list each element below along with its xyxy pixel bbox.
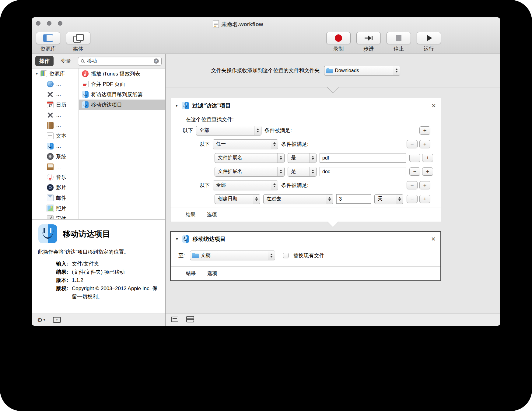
add-rule-button[interactable]: + [422, 167, 433, 176]
stop-button[interactable] [387, 32, 411, 44]
replace-existing-checkbox[interactable] [283, 253, 289, 258]
popup-arrows-icon [396, 195, 403, 204]
workflow-connector [166, 87, 500, 98]
library-item[interactable]: … [32, 79, 79, 89]
add-rule-button[interactable]: + [419, 126, 430, 135]
options-link[interactable]: 选项 [207, 270, 217, 277]
library-item[interactable]: 邮件 [32, 193, 79, 203]
destination-popup[interactable]: 文稿 [190, 251, 275, 260]
tab-actions[interactable]: 操作 [35, 56, 54, 66]
add-rule-button[interactable]: + [419, 181, 430, 189]
operator-popup[interactable]: 在过去 [263, 194, 333, 204]
media-button[interactable] [66, 32, 90, 44]
disclosure-triangle-icon[interactable]: ▼ [175, 237, 179, 241]
log-view-button[interactable] [171, 317, 178, 323]
tab-variables[interactable]: 变量 [57, 56, 75, 66]
remove-action-button[interactable]: × [432, 102, 436, 109]
popup-arrows-icon [253, 195, 260, 204]
minimize-window-button[interactable] [47, 21, 51, 26]
results-link[interactable]: 结果 [186, 270, 196, 277]
library-icon [40, 70, 47, 77]
library-item[interactable]: … [32, 110, 79, 120]
search-field[interactable]: 移动 × [78, 57, 162, 66]
zoom-window-button[interactable] [58, 21, 62, 26]
options-link[interactable]: 选项 [207, 212, 217, 218]
library-item[interactable]: … [32, 162, 79, 172]
disclosure-triangle-icon[interactable]: ▼ [175, 104, 178, 107]
library-item[interactable]: 系统 [32, 151, 79, 162]
attribute-popup[interactable]: 文件扩展名 [215, 153, 285, 163]
finder-icon [38, 224, 57, 243]
toggle-info-panel-button[interactable]: ▾ [53, 317, 61, 323]
library-item[interactable]: 文本 [32, 131, 79, 141]
library-item[interactable]: … [32, 141, 79, 151]
move-destination-row: 至: 文稿 替换现有文件 [171, 246, 440, 265]
library-item[interactable]: 音乐 [32, 172, 79, 182]
workflow-connector [166, 222, 500, 231]
action-block-header[interactable]: ▼ 移动访达项目 × [171, 232, 440, 246]
library-item[interactable]: 照片 [32, 203, 79, 213]
stack-view-button[interactable] [186, 316, 194, 324]
traffic-lights [36, 21, 62, 26]
add-rule-button[interactable]: + [419, 140, 430, 148]
operator-popup[interactable]: 是 [288, 153, 317, 163]
remove-rule-button[interactable]: − [409, 154, 420, 162]
match-all-popup[interactable]: 全部 [213, 181, 278, 190]
record-button[interactable] [326, 32, 351, 44]
remove-action-button[interactable]: × [431, 235, 436, 243]
extension-value-input[interactable] [320, 153, 406, 163]
folder-location-popup[interactable]: Downloads [324, 66, 400, 76]
library-root-row[interactable]: ▼ 资源库 [32, 68, 79, 79]
canvas-bottom-bar [166, 314, 500, 326]
pdf-icon [82, 81, 89, 87]
unit-popup[interactable]: 天 [374, 194, 403, 204]
close-window-button[interactable] [36, 21, 40, 26]
library-item[interactable]: 影片 [32, 182, 79, 193]
library-item[interactable]: … [32, 89, 79, 100]
attribute-popup[interactable]: 文件扩展名 [215, 167, 285, 177]
library-item[interactable]: 日历 [32, 100, 79, 110]
folder-action-inner: 文件夹操作接收添加到这个位置的文件和文件夹 Downloads [170, 66, 441, 76]
movies-icon [47, 184, 54, 191]
run-button[interactable] [417, 32, 441, 44]
library-item[interactable]: … [32, 120, 79, 131]
info-header: 移动访达项目 [36, 224, 161, 243]
library-button[interactable] [36, 32, 60, 44]
stack-view-icon [186, 316, 194, 322]
action-block-header[interactable]: ▼ 过滤“访达”项目 × [170, 98, 441, 113]
search-input[interactable]: 移动 [87, 58, 152, 64]
library-label: 资源库 [40, 45, 56, 52]
results-link[interactable]: 结果 [186, 212, 195, 218]
disclosure-triangle-icon[interactable]: ▼ [35, 72, 38, 76]
extension-value-input[interactable] [320, 167, 406, 176]
remove-rule-button[interactable]: − [407, 140, 418, 148]
gear-icon: ⚙ [37, 317, 43, 323]
match-all-popup[interactable]: 全部 [196, 126, 261, 135]
library-item[interactable]: 字体 [32, 213, 79, 219]
filter-finder-items-block[interactable]: ▼ 过滤“访达”项目 × 在这个位置查找文件: 以下 全部 条件被满足: + [170, 98, 441, 222]
remove-rule-button[interactable]: − [407, 181, 418, 189]
step-button[interactable] [356, 32, 381, 44]
action-list-item[interactable]: 合并 PDF 页面 [79, 79, 165, 89]
remove-rule-button[interactable]: − [407, 195, 418, 203]
rule-row: 以下 全部 条件被满足: + [170, 124, 441, 137]
action-menu-button[interactable]: ⚙ ▾ [37, 317, 45, 323]
action-list-item[interactable]: 将访达项目移到废纸篓 [79, 89, 165, 100]
remove-rule-button[interactable]: − [409, 167, 420, 176]
days-value-input[interactable] [336, 194, 371, 204]
find-files-label: 在这个位置查找文件: [170, 113, 441, 124]
add-rule-button[interactable]: + [422, 154, 433, 162]
titlebar[interactable]: 未命名.workflow [32, 17, 500, 30]
operator-popup[interactable]: 是 [288, 167, 317, 177]
finder-icon [47, 143, 54, 149]
add-rule-button[interactable]: + [419, 195, 430, 203]
action-list-item[interactable]: 播放 iTunes 播放列表 [79, 68, 165, 79]
library-column: ▼ 资源库 … … 日历 … … 文本 … 系统 … 音乐 影片 邮件 [32, 68, 79, 219]
step-tool: 步进 [356, 32, 381, 54]
move-finder-items-block[interactable]: ▼ 移动访达项目 × 至: 文稿 替换现有文件 结果 [170, 231, 441, 281]
match-any-popup[interactable]: 任一 [213, 139, 278, 149]
clear-search-button[interactable]: × [154, 58, 159, 64]
action-list-item-selected[interactable]: 移动访达项目 [79, 100, 165, 110]
attribute-popup[interactable]: 创建日期 [215, 194, 260, 204]
fonts-icon [47, 215, 54, 219]
